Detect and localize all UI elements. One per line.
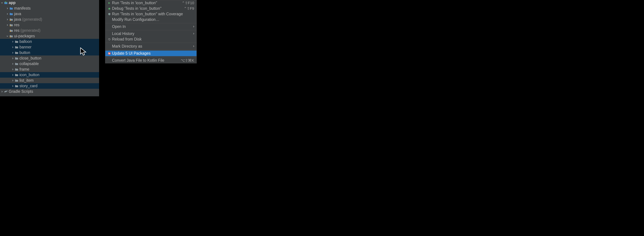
tree-label: balloon <box>20 39 32 44</box>
menu-mark-directory-as[interactable]: Mark Directory as <box>105 44 196 49</box>
menu-label: Run 'Tests in 'icon_button'' <box>112 1 182 5</box>
chevron-right-icon <box>11 85 14 87</box>
menu-label: Local History <box>112 31 194 36</box>
folder-icon <box>9 13 14 15</box>
tree-node-res[interactable]: res <box>0 22 99 28</box>
chevron-right-icon <box>193 25 194 28</box>
menu-label: Mark Directory as <box>112 44 194 49</box>
menu-debug-tests[interactable]: Debug 'Tests in 'icon_button'' ⌃⇧F9 <box>105 6 196 11</box>
tree-node-java[interactable]: java <box>0 11 99 17</box>
tree-node-package[interactable]: close_button <box>0 55 99 61</box>
folder-icon <box>9 7 14 10</box>
chevron-right-icon <box>11 57 14 59</box>
svg-rect-1 <box>10 26 11 26</box>
tree-label: java (generated) <box>14 17 42 22</box>
resource-folder-icon <box>9 24 14 26</box>
folder-icon <box>14 79 19 82</box>
menu-update-ui-packages[interactable]: Update 5 UI Packages <box>105 51 196 56</box>
gradle-icon <box>4 90 8 93</box>
tree-node-package[interactable]: list_item <box>0 78 99 83</box>
chevron-right-icon <box>6 24 9 26</box>
menu-label: Update 5 UI Packages <box>112 51 194 56</box>
tree-label: frame <box>20 67 29 72</box>
tree-node-java-generated[interactable]: java (generated) <box>0 17 99 22</box>
svg-rect-3 <box>10 37 11 37</box>
chevron-right-icon <box>11 79 14 81</box>
tree-node-package[interactable]: icon_button <box>0 72 99 78</box>
chevron-right-icon <box>193 45 194 48</box>
bug-icon <box>107 7 112 10</box>
resource-folder-icon <box>9 29 14 32</box>
tree-label: ui-packages <box>14 34 35 38</box>
tree-label: list_item <box>20 78 34 83</box>
chevron-right-icon <box>6 13 9 15</box>
menu-shortcut: ⌃⇧F10 <box>182 1 194 5</box>
tree-node-gradle[interactable]: Gradle Scripts <box>0 89 99 94</box>
tree-node-app[interactable]: app <box>0 0 99 6</box>
menu-reload-from-disk[interactable]: Reload from Disk <box>105 37 196 42</box>
chevron-right-icon <box>6 8 9 10</box>
tree-label: close_button <box>20 56 41 61</box>
menu-run-tests[interactable]: Run 'Tests in 'icon_button'' ⌃⇧F10 <box>105 0 196 6</box>
tree-label: manifests <box>14 6 30 11</box>
folder-icon <box>14 85 19 87</box>
tree-node-package[interactable]: balloon <box>0 39 99 44</box>
svg-rect-2 <box>10 31 11 32</box>
module-folder-icon <box>4 2 8 4</box>
menu-label: Open In <box>112 24 194 29</box>
tree-node-manifests[interactable]: manifests <box>0 6 99 11</box>
chevron-right-icon <box>193 32 194 36</box>
tree-label: button <box>20 50 30 55</box>
chevron-right-icon <box>11 74 14 76</box>
tree-label: res <box>14 23 20 27</box>
folder-icon <box>14 46 19 49</box>
tree-node-package[interactable]: collapsable <box>0 61 99 67</box>
tree-node-package[interactable]: story_card <box>0 83 99 89</box>
tree-label: icon_button <box>20 73 40 77</box>
tree-node-package[interactable]: button <box>0 50 99 55</box>
context-menu: Run 'Tests in 'icon_button'' ⌃⇧F10 Debug… <box>105 0 197 63</box>
chevron-right-icon <box>6 19 9 21</box>
run-icon <box>107 2 112 4</box>
menu-label: Reload from Disk <box>112 37 194 42</box>
menu-local-history[interactable]: Local History <box>105 31 196 37</box>
tree-label: banner <box>20 45 32 49</box>
folder-icon <box>14 40 19 43</box>
coverage-icon <box>107 13 112 16</box>
menu-open-in[interactable]: Open In <box>105 24 196 29</box>
menu-run-coverage[interactable]: Run 'Tests in 'icon_button'' with Covera… <box>105 11 196 17</box>
folder-icon <box>14 51 19 54</box>
chevron-right-icon <box>11 46 14 48</box>
resource-folder-icon <box>9 35 14 38</box>
tree-label: app <box>9 1 16 5</box>
menu-shortcut: ⌥⇧⌘K <box>181 58 194 63</box>
tree-label: story_card <box>20 84 38 88</box>
chevron-right-icon <box>11 41 14 43</box>
tree-label: res (generated) <box>14 28 40 33</box>
menu-label: Debug 'Tests in 'icon_button'' <box>112 6 184 11</box>
tree-label: java <box>14 12 21 16</box>
menu-shortcut: ⌃⇧F9 <box>184 6 194 11</box>
tree-node-package[interactable]: banner <box>0 44 99 50</box>
menu-separator <box>105 23 196 23</box>
menu-label: Run 'Tests in 'icon_button'' with Covera… <box>112 12 194 16</box>
menu-convert-to-kotlin[interactable]: Convert Java File to Kotlin File ⌥⇧⌘K <box>105 58 196 63</box>
menu-modify-run-config[interactable]: Modify Run Configuration… <box>105 17 196 22</box>
chevron-right-icon <box>11 52 14 54</box>
relay-icon <box>107 52 112 55</box>
tree-label: Gradle Scripts <box>9 89 33 94</box>
tree-node-ui-packages[interactable]: ui-packages <box>0 33 99 39</box>
generated-folder-icon <box>9 18 14 21</box>
project-tree-panel: app manifests java java (generated) <box>0 0 99 96</box>
folder-icon <box>14 63 19 65</box>
svg-rect-0 <box>10 20 11 21</box>
chevron-right-icon <box>11 63 14 65</box>
tree-node-res-generated[interactable]: res (generated) <box>0 28 99 33</box>
folder-icon <box>14 68 19 71</box>
chevron-down-icon <box>0 2 4 4</box>
svg-point-6 <box>108 53 109 53</box>
folder-icon <box>14 57 19 60</box>
tree-node-package[interactable]: frame <box>0 67 99 72</box>
folder-icon <box>14 74 19 76</box>
tree-label: collapsable <box>20 62 39 66</box>
